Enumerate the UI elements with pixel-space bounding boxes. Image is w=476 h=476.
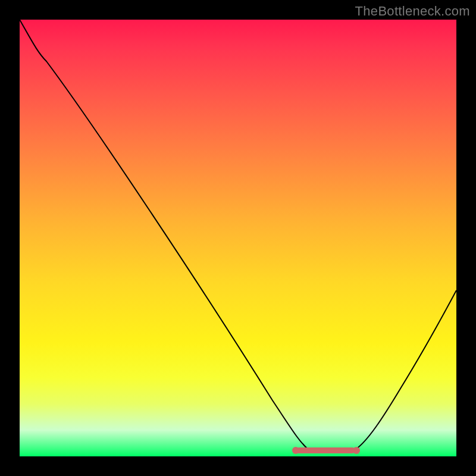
bottleneck-curve bbox=[20, 20, 456, 456]
chart-plot-area bbox=[20, 20, 456, 456]
curve-path bbox=[20, 20, 456, 453]
highlight-end-dot bbox=[353, 447, 360, 454]
watermark-text: TheBottleneck.com bbox=[355, 4, 470, 19]
highlight-segment bbox=[296, 447, 355, 453]
